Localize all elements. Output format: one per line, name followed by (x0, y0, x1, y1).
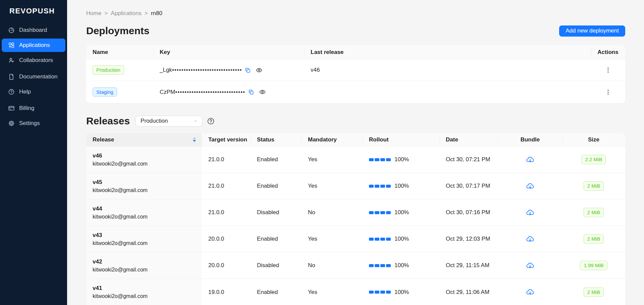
table-row: Staging CzPM••••••••••••••••••••••••••••… (86, 81, 625, 103)
size-badge: 2 MiB (584, 288, 604, 297)
column-header-release[interactable]: Release (86, 133, 202, 146)
column-header-mandatory: Mandatory (301, 133, 362, 146)
rollout-percent: 100% (394, 183, 409, 189)
table-row: Production _Lgk•••••••••••••••••••••••••… (86, 59, 625, 81)
release-date: Oct 30, 07:16 PM (446, 209, 490, 216)
cloud-download-icon[interactable] (526, 288, 534, 296)
main-content: Home > Applications > rn80 Deployments A… (67, 0, 644, 305)
column-header-name: Name (86, 45, 153, 59)
applications-icon (8, 42, 15, 49)
release-row: v43 kitwooki2o@gmail.com 20.0.0 Enabled … (86, 226, 625, 252)
page-title: Deployments (86, 25, 149, 37)
row-actions-menu-icon[interactable] (591, 67, 625, 73)
target-version: 19.0.0 (208, 289, 224, 296)
sidebar-item-help[interactable]: Help (2, 85, 65, 99)
breadcrumb-separator: > (145, 10, 148, 17)
size-badge: 2 MiB (584, 208, 604, 217)
status-value: Disabled (257, 262, 279, 269)
column-header-status: Status (250, 133, 301, 146)
releases-table: Release Target version Status Mandatory … (86, 133, 625, 305)
column-header-key: Key (153, 45, 304, 59)
column-header-target-version: Target version (202, 133, 250, 146)
sidebar-item-collaborators[interactable]: Collaborators (2, 54, 65, 67)
breadcrumb: Home > Applications > rn80 (86, 0, 625, 17)
eye-icon[interactable] (259, 88, 266, 96)
deployments-table: Name Key Last release Actions Production… (86, 45, 625, 103)
deployment-select-value: Production (141, 118, 168, 124)
rollout-progress-bar (369, 238, 391, 241)
release-date: Oct 29, 12:03 PM (446, 236, 490, 242)
sidebar-menu: Dashboard Applications Collaborators (0, 23, 67, 130)
size-badge: 2 MiB (584, 181, 604, 191)
mandatory-value: Yes (308, 289, 317, 296)
releases-title: Releases (86, 115, 130, 127)
release-version: v41 (93, 285, 102, 292)
mandatory-value: Yes (308, 183, 317, 189)
copy-icon[interactable] (245, 67, 251, 73)
rollout-progress-bar (369, 211, 391, 214)
sidebar-item-dashboard[interactable]: Dashboard (2, 23, 65, 37)
sidebar-item-settings[interactable]: Settings (2, 117, 65, 130)
mandatory-value: No (308, 262, 315, 269)
target-version: 20.0.0 (208, 236, 224, 242)
sidebar-item-documentation[interactable]: Documentation (2, 70, 65, 83)
size-badge: 1.99 MiB (580, 261, 607, 270)
target-version: 21.0.0 (208, 183, 224, 189)
release-row: v41 kitwooki2o@gmail.com 19.0.0 Enabled … (86, 279, 625, 305)
sidebar: REVOPUSH Dashboard Applications (0, 0, 67, 305)
sort-icon (193, 137, 196, 142)
release-version: v46 (93, 152, 102, 159)
breadcrumb-separator: > (104, 10, 108, 17)
sidebar-item-label: Help (19, 88, 31, 95)
deployment-key: CzPM•••••••••••••••••••••••••••••• (160, 89, 245, 96)
cloud-download-icon[interactable] (526, 182, 534, 190)
rollout-percent: 100% (394, 262, 409, 269)
deployment-tag-staging: Staging (93, 87, 117, 97)
release-version: v45 (93, 179, 102, 186)
breadcrumb-applications[interactable]: Applications (111, 10, 142, 17)
breadcrumb-current: rn80 (151, 10, 162, 17)
cloud-download-icon[interactable] (526, 156, 534, 164)
cloud-download-icon[interactable] (526, 208, 534, 217)
rollout-percent: 100% (394, 156, 409, 163)
rollout-percent: 100% (394, 289, 409, 296)
release-author: kitwooki2o@gmail.com (93, 187, 148, 193)
sidebar-item-label: Documentation (19, 73, 57, 80)
deployment-key: _Lgk•••••••••••••••••••••••••••••• (160, 67, 242, 73)
rollout-progress-bar (369, 185, 391, 188)
mandatory-value: Yes (308, 156, 317, 163)
copy-icon[interactable] (248, 89, 254, 95)
cloud-download-icon[interactable] (526, 235, 534, 243)
release-row: v45 kitwooki2o@gmail.com 21.0.0 Enabled … (86, 173, 625, 199)
release-row: v42 kitwooki2o@gmail.com 20.0.0 Disabled… (86, 252, 625, 279)
chevron-down-icon (193, 119, 198, 123)
release-author: kitwooki2o@gmail.com (93, 267, 148, 273)
settings-icon (8, 120, 15, 127)
sidebar-item-label: Collaborators (19, 57, 53, 64)
rollout-percent: 100% (394, 209, 409, 216)
size-badge: 2 MiB (584, 234, 604, 244)
breadcrumb-home[interactable]: Home (86, 10, 101, 17)
row-actions-menu-icon[interactable] (591, 89, 625, 96)
sidebar-item-billing[interactable]: Billing (2, 102, 65, 115)
eye-icon[interactable] (256, 67, 263, 74)
add-deployment-button[interactable]: Add new deployment (559, 25, 625, 37)
cloud-download-icon[interactable] (526, 261, 534, 270)
rollout-progress-bar (369, 158, 391, 161)
sidebar-item-label: Dashboard (19, 27, 47, 34)
deployment-tag-production: Production (93, 65, 124, 75)
status-value: Disabled (257, 209, 279, 216)
status-value: Enabled (257, 236, 278, 242)
release-author: kitwooki2o@gmail.com (93, 293, 148, 299)
status-value: Enabled (257, 289, 278, 296)
rollout-progress-bar (369, 264, 391, 267)
sidebar-item-label: Settings (19, 120, 40, 127)
brand-logo[interactable]: REVOPUSH (0, 0, 67, 15)
release-row: v46 kitwooki2o@gmail.com 21.0.0 Enabled … (86, 146, 625, 173)
question-circle-icon[interactable] (207, 117, 215, 125)
deployment-select[interactable]: Production (136, 116, 202, 127)
column-header-actions: Actions (591, 45, 625, 59)
size-badge: 2.2 MiB (582, 155, 606, 164)
rollout-progress-bar (369, 291, 391, 294)
sidebar-item-applications[interactable]: Applications (2, 39, 65, 52)
